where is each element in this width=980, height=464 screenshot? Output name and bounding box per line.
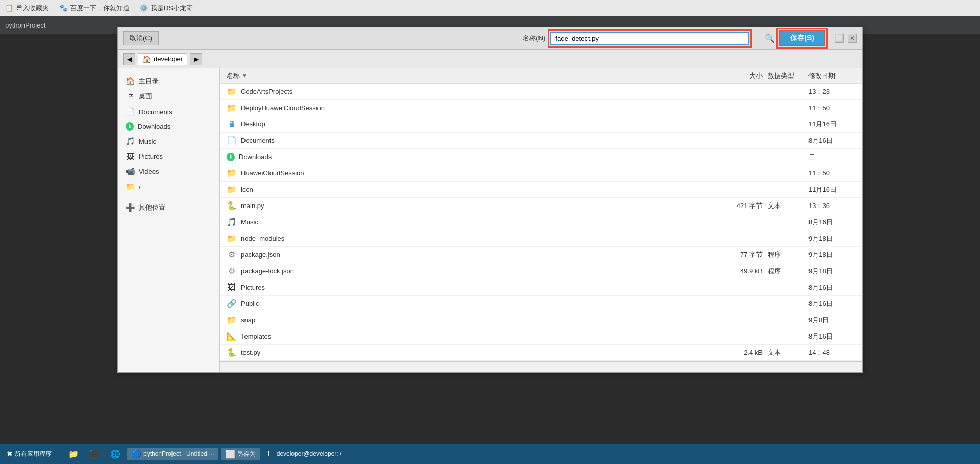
file-row[interactable]: 🐍 test.py 2.4 kB 文本 14：48 — [220, 345, 862, 361]
terminal-icon: ⬛ — [89, 449, 100, 459]
music-icon: 🎵 — [227, 217, 237, 227]
sidebar-item-root[interactable]: 📁 / — [118, 179, 219, 194]
root-icon: 📁 — [126, 182, 135, 191]
file-name: ⬇ Downloads — [223, 153, 717, 161]
file-row[interactable]: 📁 HuaweiCloudSession 11：50 — [220, 165, 862, 182]
file-name: 🐍 main.py — [223, 201, 717, 211]
sidebar-item-music[interactable]: 🎵 Music — [118, 134, 219, 149]
column-headers: 名称 ▼ 大小 数据类型 修改日期 — [220, 68, 862, 84]
file-row[interactable]: ⬇ Downloads 二 — [220, 149, 862, 165]
start-icon: ✖ — [7, 450, 13, 458]
file-row[interactable]: ⚙ package-lock.json 49.9 kB 程序 9月18日 — [220, 263, 862, 279]
taskbar-item-browser[interactable]: 🌐 — [106, 448, 125, 460]
col-date-header[interactable]: 修改日期 — [808, 71, 860, 81]
file-date: 9月18日 — [808, 234, 860, 243]
taskbar-item-devterm[interactable]: 🖥 developer@developer: / — [262, 448, 346, 460]
file-row[interactable]: 📁 DeployHuaweiCloudSession 11：50 — [220, 100, 862, 116]
col-name-header[interactable]: 名称 ▼ — [223, 71, 717, 81]
file-size: 77 字节 — [717, 250, 768, 260]
close-button[interactable]: ✕ — [848, 34, 857, 43]
file-row[interactable]: 🖥 Desktop 11月16日 — [220, 116, 862, 133]
forward-button[interactable]: ▶ — [190, 53, 202, 65]
devterm-icon: 🖥 — [266, 449, 275, 458]
sidebar-item-home[interactable]: 🏠 主目录 — [118, 73, 219, 89]
files-icon: 📁 — [68, 449, 79, 459]
file-name: 📐 Templates — [223, 331, 717, 341]
file-type: 文本 — [768, 348, 808, 357]
filename-input[interactable] — [551, 33, 748, 44]
bookmarks-icon: 📋 — [5, 4, 13, 12]
browser-icon: 🌐 — [110, 449, 120, 459]
file-name: 🖥 Desktop — [223, 120, 717, 129]
file-row[interactable]: 🖼 Pictures 8月16日 — [220, 279, 862, 296]
public-icon: 🔗 — [227, 299, 237, 308]
folder-icon: 📁 — [227, 168, 237, 178]
browser-item-ds[interactable]: ⚙️ 我是DS小龙哥 — [140, 4, 193, 13]
file-row[interactable]: 📁 CodeArtsProjects 13：23 — [220, 84, 862, 100]
plus-icon: ➕ — [126, 203, 135, 212]
document-icon: 📄 — [227, 136, 237, 145]
dialog-icon: ⬜ — [225, 449, 235, 459]
taskbar-save-label: 另存为 — [237, 450, 256, 458]
desktop-icon: 🖥 — [126, 92, 135, 101]
file-row[interactable]: 📄 Documents 8月16日 — [220, 133, 862, 149]
file-row[interactable]: 📐 Templates 8月16日 — [220, 328, 862, 345]
file-date: 14：48 — [808, 348, 860, 357]
taskbar-item-savedialog[interactable]: ⬜ 另存为 — [221, 448, 260, 460]
filename-label: 名称(N) — [523, 34, 545, 43]
taskbar-devterm-label: developer@developer: / — [277, 450, 342, 457]
file-name: 🐍 test.py — [223, 348, 717, 357]
location-bar[interactable]: 🏠 developer — [138, 53, 187, 65]
ds-icon: ⚙️ — [140, 4, 148, 12]
file-save-dialog: 取消(C) 名称(N) 🔍 保存(S) ⬜ ✕ ◀ 🏠 developer — [117, 27, 863, 373]
taskbar-start[interactable]: ✖ 所有应用程序 — [3, 448, 56, 460]
status-bar — [220, 361, 862, 372]
videos-icon: 📹 — [126, 167, 135, 176]
col-type-header[interactable]: 数据类型 — [768, 71, 808, 81]
file-row[interactable]: 📁 node_modules 9月18日 — [220, 230, 862, 247]
file-type: 程序 — [768, 267, 808, 276]
file-name: 🔗 Public — [223, 299, 717, 308]
current-location: developer — [154, 55, 183, 63]
file-size: 49.9 kB — [717, 267, 768, 275]
file-row[interactable]: 🐍 main.py 421 字节 文本 13：36 — [220, 198, 862, 214]
sidebar-item-documents[interactable]: 📄 Documents — [118, 104, 219, 119]
back-button[interactable]: ◀ — [123, 53, 135, 65]
file-name: 📁 icon — [223, 185, 717, 194]
browser-item-bookmarks[interactable]: 📋 导入收藏夹 — [5, 4, 49, 13]
file-row[interactable]: ⚙ package.json 77 字节 程序 9月18日 — [220, 247, 862, 263]
file-date: 8月16日 — [808, 299, 860, 308]
search-button[interactable]: 🔍 — [765, 34, 775, 43]
col-size-header[interactable]: 大小 — [717, 71, 768, 81]
file-name: ⚙ package-lock.json — [223, 266, 717, 276]
file-list: 📁 CodeArtsProjects 13：23 📁 DeployHuaweiC… — [220, 84, 862, 361]
file-row[interactable]: 🎵 Music 8月16日 — [220, 214, 862, 230]
taskbar-item-files[interactable]: 📁 — [64, 448, 83, 460]
sidebar-item-downloads[interactable]: ⬇ Downloads — [118, 119, 219, 134]
sidebar-item-desktop[interactable]: 🖥 桌面 — [118, 89, 219, 104]
file-row[interactable]: 🔗 Public 8月16日 — [220, 296, 862, 312]
cancel-button[interactable]: 取消(C) — [123, 31, 159, 45]
python-icon: 🐍 — [227, 201, 237, 211]
sidebar-item-pictures[interactable]: 🖼 Pictures — [118, 149, 219, 164]
maximize-button[interactable]: ⬜ — [835, 34, 844, 43]
file-date: 8月16日 — [808, 136, 860, 145]
file-date: 13：23 — [808, 87, 860, 96]
file-row[interactable]: 📁 snap 9月8日 — [220, 312, 862, 328]
sidebar-item-videos[interactable]: 📹 Videos — [118, 164, 219, 179]
documents-icon: 📄 — [126, 107, 135, 116]
dialog-body: 🏠 主目录 🖥 桌面 📄 Documents ⬇ Downloads 🎵 — [118, 68, 862, 372]
taskbar-item-terminal[interactable]: ⬛ — [85, 448, 104, 460]
taskbar-item-ide[interactable]: 🔵 pythonProject - Untitled-··· — [127, 448, 218, 460]
file-name: ⚙ package.json — [223, 250, 717, 260]
file-date: 11：50 — [808, 169, 860, 178]
save-button[interactable]: 保存(S) — [779, 30, 825, 46]
file-row[interactable]: 📁 icon 11月16日 — [220, 182, 862, 198]
browser-item-baidu[interactable]: 🐾 百度一下，你就知道 — [59, 4, 130, 13]
file-date: 11月16日 — [808, 120, 860, 129]
navigation-bar: ◀ 🏠 developer ▶ — [118, 50, 862, 68]
file-name: 📁 HuaweiCloudSession — [223, 168, 717, 178]
sidebar-item-other[interactable]: ➕ 其他位置 — [118, 200, 219, 215]
home-icon: 🏠 — [126, 76, 135, 86]
filename-input-wrapper — [550, 32, 749, 45]
